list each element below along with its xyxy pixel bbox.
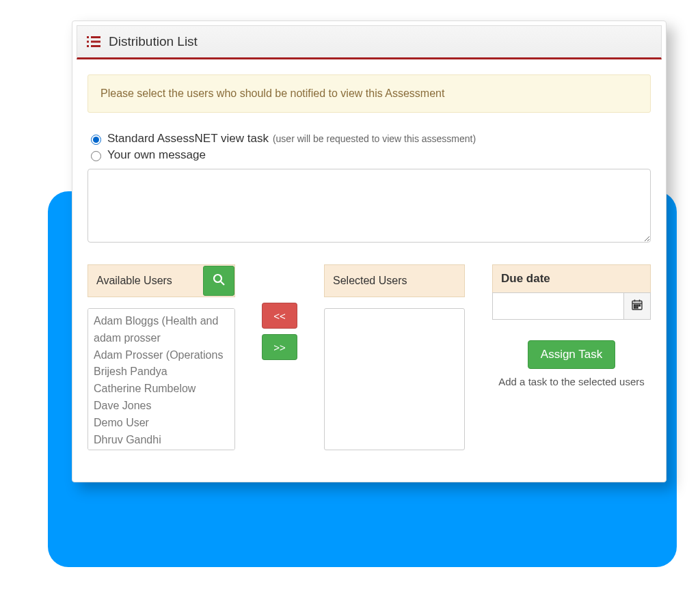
radio-standard-hint: (user will be requested to view this ass… (273, 133, 476, 144)
svg-rect-2 (87, 41, 89, 43)
selected-users-title: Selected Users (333, 275, 407, 287)
svg-rect-14 (639, 305, 641, 306)
svg-rect-3 (91, 41, 100, 43)
svg-rect-5 (91, 45, 100, 47)
search-icon (213, 273, 225, 288)
svg-rect-13 (636, 305, 638, 306)
list-item[interactable]: adam prosser (94, 330, 229, 347)
columns: Available Users Adam Bloggs (Health anda… (88, 264, 651, 450)
radio-standard[interactable] (91, 135, 101, 145)
panel-body: Please select the users who should be no… (77, 59, 662, 478)
svg-rect-16 (636, 307, 638, 308)
own-message-textarea[interactable] (88, 169, 651, 243)
radio-own-label: Your own message (107, 148, 206, 162)
svg-rect-4 (87, 45, 89, 47)
panel-title: Distribution List (109, 34, 198, 49)
svg-rect-15 (634, 307, 636, 308)
assign-task-hint: Add a task to the selected users (492, 374, 651, 390)
due-date-row (492, 292, 651, 320)
assign-task-button[interactable]: Assign Task (528, 340, 615, 369)
svg-rect-12 (634, 305, 636, 306)
radio-standard-row: Standard AssessNET view task (user will … (88, 132, 651, 146)
add-user-button[interactable]: >> (262, 334, 297, 360)
selected-users-listbox[interactable] (324, 308, 465, 450)
list-item[interactable]: Brijesh Pandya (94, 363, 229, 381)
radio-standard-label: Standard AssessNET view task (107, 132, 269, 146)
due-date-input[interactable] (492, 292, 624, 320)
distribution-list-panel: Distribution List Please select the user… (72, 20, 667, 482)
available-users-header: Available Users (88, 264, 235, 297)
due-date-picker-button[interactable] (623, 292, 651, 320)
list-item[interactable]: Dave Jones (94, 398, 229, 415)
notice-alert: Please select the users who should be no… (88, 74, 651, 113)
calendar-icon (631, 299, 643, 314)
list-item[interactable]: Dhruv Gandhi (94, 432, 229, 449)
panel-header: Distribution List (77, 25, 662, 59)
svg-line-7 (221, 281, 224, 285)
search-users-button[interactable] (203, 266, 234, 296)
available-users-title: Available Users (96, 275, 172, 287)
remove-user-button[interactable]: << (262, 303, 297, 329)
list-item[interactable]: Adam Prosser (Operations (94, 347, 229, 364)
list-icon (87, 36, 100, 48)
transfer-buttons-column: << >> (235, 264, 324, 360)
due-date-header: Due date (492, 264, 651, 293)
svg-rect-0 (87, 36, 89, 38)
selected-users-column: Selected Users (324, 264, 465, 450)
list-item[interactable]: Adam Bloggs (Health and (94, 313, 229, 330)
available-users-column: Available Users Adam Bloggs (Health anda… (88, 264, 235, 450)
available-users-listbox[interactable]: Adam Bloggs (Health andadam prosserAdam … (88, 308, 235, 450)
list-item[interactable]: Catherine Rumbelow (94, 381, 229, 398)
svg-point-6 (214, 275, 221, 282)
selected-users-header: Selected Users (324, 264, 465, 297)
svg-rect-1 (91, 36, 100, 38)
radio-own[interactable] (91, 151, 101, 161)
due-date-column: Due date (492, 264, 651, 390)
list-item[interactable]: Demo User (94, 415, 229, 432)
radio-own-row: Your own message (88, 148, 651, 162)
